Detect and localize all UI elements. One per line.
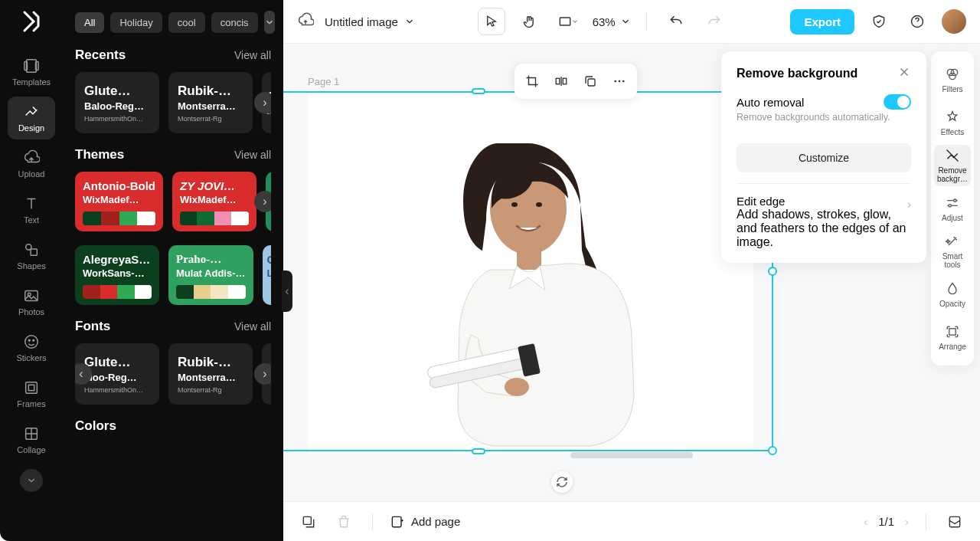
grid-view-icon[interactable] — [943, 510, 966, 533]
export-button[interactable]: Export — [790, 9, 854, 34]
tool-smart[interactable]: Smart tools — [934, 231, 971, 272]
chip-holiday[interactable]: Holiday — [110, 12, 162, 33]
nav-upload[interactable]: Upload — [8, 143, 55, 185]
svg-point-33 — [949, 204, 951, 206]
chip-all[interactable]: All — [75, 12, 104, 33]
recents-viewall[interactable]: View all — [234, 49, 271, 61]
theme-card[interactable]: Praho-…Mulat Addis-… — [168, 245, 253, 305]
resize-handle-right[interactable] — [768, 267, 777, 276]
themes-row-1: Antonio-BoldWixMadef… ZY JOVI…WixMadef… … — [75, 172, 271, 231]
nav-design[interactable]: Design — [8, 97, 55, 139]
horizontal-scrollbar[interactable] — [570, 452, 693, 458]
tool-effects[interactable]: Effects — [934, 102, 971, 143]
tool-filters[interactable]: Filters — [934, 59, 971, 100]
nav-text[interactable]: Text — [8, 189, 55, 231]
fonts-row: ‹ Glute…aloo-Reg…HammersmithOn… Rubik-…M… — [75, 343, 271, 405]
close-icon[interactable] — [897, 65, 911, 82]
font-card[interactable]: Rubik-…Montserra…Montserrat-Rg — [168, 343, 253, 405]
page-label: Page 1 — [308, 76, 339, 87]
trash-icon[interactable] — [332, 510, 355, 533]
resize-handle-top[interactable] — [472, 88, 485, 94]
panel-title: Remove background — [737, 67, 858, 80]
nav-collage[interactable]: Collage — [8, 418, 55, 461]
topbar: Untitled image 63% Export — [283, 0, 980, 44]
collapse-panel-handle[interactable]: ‹ — [282, 270, 292, 312]
themes-row-2: AlegreyaS…WorkSans-… Praho-…Mulat Addis-… — [75, 245, 271, 305]
design-panel: All Holiday cool concis Recents View all… — [63, 0, 283, 541]
recent-card[interactable]: Rubik-…Montserra…Montserrat-Rg — [168, 72, 253, 133]
svg-point-7 — [25, 336, 38, 349]
tool-arrange[interactable]: Arrange — [934, 316, 971, 358]
themes-title: Themes — [75, 147, 124, 162]
svg-point-32 — [954, 199, 956, 202]
customize-button[interactable]: Customize — [737, 143, 911, 172]
theme-card[interactable]: Antonio-BoldWixMadef… — [75, 172, 163, 231]
svg-point-9 — [33, 339, 34, 341]
fonts-title: Fonts — [75, 319, 110, 334]
prev-page-icon[interactable]: ‹ — [864, 515, 867, 528]
nav-stickers[interactable]: Stickers — [8, 326, 55, 369]
cloud-sync-icon[interactable] — [297, 11, 314, 31]
section-recents-header: Recents View all — [75, 48, 271, 63]
page-indicator: 1/1 — [878, 515, 894, 528]
chevron-down-icon — [404, 16, 415, 27]
scroll-right-icon[interactable]: › — [254, 92, 271, 113]
nav-shapes[interactable]: Shapes — [8, 234, 55, 277]
svg-point-30 — [951, 69, 957, 75]
bottombar: Add page ‹ 1/1 › — [283, 501, 980, 541]
themes-viewall[interactable]: View all — [234, 149, 271, 161]
svg-rect-17 — [588, 79, 595, 86]
chip-more[interactable] — [264, 11, 275, 34]
canvas[interactable]: Page 1 — [283, 44, 980, 501]
scroll-right-icon[interactable]: › — [254, 363, 271, 385]
auto-removal-row: Auto removal — [737, 94, 911, 110]
crop-icon[interactable] — [519, 68, 545, 94]
nav-frames[interactable]: Frames — [8, 372, 55, 415]
scroll-right-icon[interactable]: › — [254, 191, 271, 212]
theme-card[interactable]: GLu — [263, 245, 271, 305]
app-logo[interactable] — [18, 8, 45, 35]
nav-more[interactable] — [20, 469, 43, 492]
svg-point-18 — [615, 80, 617, 83]
duplicate-icon[interactable] — [577, 68, 603, 94]
theme-card[interactable]: ZY JOVI…WixMadef… — [172, 172, 256, 231]
layers-icon[interactable] — [297, 510, 320, 533]
svg-point-27 — [511, 202, 518, 207]
redo-button[interactable] — [701, 8, 728, 35]
canvas-image[interactable] — [375, 113, 681, 450]
recent-card[interactable]: Glute…Baloo-Reg…HammersmithOn… — [75, 72, 159, 133]
zoom-control[interactable]: 63% — [593, 15, 631, 28]
document-title[interactable]: Untitled image — [325, 15, 415, 28]
user-avatar[interactable] — [942, 9, 966, 34]
tool-adjust[interactable]: Adjust — [934, 188, 971, 229]
help-icon[interactable] — [903, 8, 931, 35]
shield-icon[interactable] — [865, 8, 893, 35]
undo-button[interactable] — [662, 8, 690, 35]
nav-rail: Templates Design Upload Text Shapes Phot… — [0, 0, 63, 541]
chip-cool[interactable]: cool — [168, 12, 205, 33]
nav-templates[interactable]: Templates — [8, 51, 55, 93]
resize-handle-corner[interactable] — [768, 446, 777, 455]
cursor-tool[interactable] — [478, 8, 505, 35]
next-page-icon[interactable]: › — [905, 515, 909, 528]
tool-remove-bg[interactable]: Remove backgr… — [934, 145, 971, 186]
more-icon[interactable] — [606, 68, 632, 94]
fonts-viewall[interactable]: View all — [234, 320, 271, 333]
section-themes-header: Themes View all — [75, 147, 271, 162]
nav-photos[interactable]: Photos — [8, 280, 55, 323]
colors-title: Colors — [75, 418, 116, 434]
hand-tool[interactable] — [516, 8, 544, 35]
svg-rect-10 — [26, 382, 38, 394]
recents-title: Recents — [75, 48, 126, 63]
resize-tool[interactable] — [554, 8, 582, 35]
svg-point-19 — [619, 80, 621, 83]
tool-opacity[interactable]: Opacity — [934, 274, 971, 315]
edit-edge-row[interactable]: Edit edge Add shadows, strokes, glow, an… — [737, 195, 911, 249]
add-page-button[interactable]: Add page — [390, 514, 460, 530]
flip-icon[interactable] — [548, 68, 574, 94]
auto-removal-toggle[interactable] — [884, 94, 911, 110]
theme-card[interactable]: AlegreyaS…WorkSans-… — [75, 245, 159, 305]
section-fonts-header: Fonts View all — [75, 319, 271, 334]
chip-concise[interactable]: concis — [211, 12, 258, 33]
rotate-handle[interactable] — [551, 471, 573, 493]
